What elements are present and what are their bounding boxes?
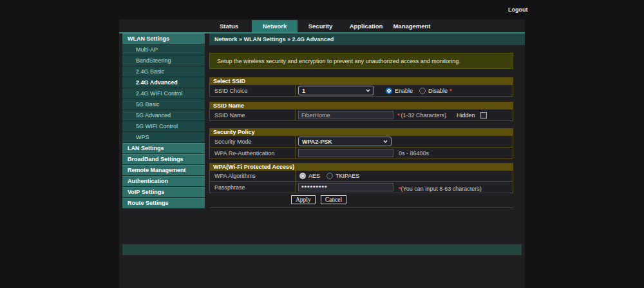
row-wpa-algorithms: WPA Algorithms AES TKIPAES: [209, 170, 513, 182]
passphrase-hint-wrap: *(You can input 8-63 characters): [399, 182, 482, 193]
disable-radio-label: Disable: [428, 88, 448, 94]
aes-radio[interactable]: [299, 173, 306, 179]
disable-radio[interactable]: [419, 88, 426, 94]
ssid-choice-select[interactable]: 1: [298, 86, 374, 95]
tab-application[interactable]: Application: [343, 20, 389, 32]
page: Logout Status Network Security Applicati…: [0, 0, 644, 288]
sidebar-item-wlan-settings[interactable]: WLAN Settings: [122, 34, 205, 44]
tab-status[interactable]: Status: [206, 20, 252, 32]
sidebar-item-lan-settings[interactable]: LAN Settings: [122, 143, 205, 154]
sidebar-item-5g-wifi-control[interactable]: 5G WIFI Control: [122, 121, 205, 132]
section-select-ssid: Select SSID SSID Choice 1 Enable Disable…: [209, 77, 513, 97]
ssid-choice-selected-value: 1: [302, 88, 305, 94]
sidebar-item-remote-management[interactable]: Remote Management: [122, 165, 205, 176]
apply-button[interactable]: Apply: [291, 195, 316, 204]
form-bottom-border: [209, 207, 513, 208]
tkipaes-radio-label: TKIPAES: [336, 173, 359, 179]
tab-bar: Status Network Security Application Mana…: [206, 20, 435, 32]
sidebar-item-24g-wifi-control[interactable]: 2.4G WIFI Control: [122, 88, 205, 99]
sidebar-item-voip-settings[interactable]: VoIP Settings: [122, 187, 205, 198]
tab-network[interactable]: Network: [252, 20, 298, 32]
passphrase-input[interactable]: [298, 183, 393, 191]
sidebar-item-broadband-settings[interactable]: BroadBand Settings: [122, 154, 205, 165]
sidebar-item-route-settings[interactable]: Route Settings: [122, 198, 205, 209]
ssid-name-hint: (1-32 Characters): [401, 112, 447, 119]
cancel-button[interactable]: Cancel: [321, 195, 346, 204]
sidebar-item-24g-basic[interactable]: 2.4G Basic: [122, 66, 205, 77]
row-ssid-name: SSID Name * (1-32 Characters) Hidden: [209, 109, 513, 121]
section-ssid-name: SSID Name SSID Name * (1-32 Characters) …: [209, 102, 513, 121]
sidebar-item-5g-advanced[interactable]: 5G Advanced: [122, 110, 205, 121]
required-asterisk: *: [397, 112, 400, 119]
button-row: Apply Cancel: [209, 193, 513, 206]
row-passphrase: Passphrase *(You can input 8-63 characte…: [209, 181, 513, 193]
content-container: Status Network Security Application Mana…: [119, 19, 525, 288]
breadcrumb: Network » WLAN Settings » 2.4G Advanced: [209, 34, 525, 45]
ssid-name-input[interactable]: [298, 111, 393, 119]
section-security-policy: Security Policy Security Mode WPA2-PSK W…: [209, 128, 513, 159]
sidebar-item-multi-ap[interactable]: Multi-AP: [122, 44, 205, 55]
security-mode-selected-value: WPA2-PSK: [302, 139, 332, 145]
passphrase-hint: (You can input 8-63 characters): [401, 186, 482, 192]
aes-radio-label: AES: [308, 173, 320, 179]
logout-link[interactable]: Logout: [508, 6, 528, 13]
info-banner: Setup the wireless security and encrypti…: [209, 53, 513, 69]
ssid-name-label: SSID Name: [210, 110, 296, 120]
sidebar-item-24g-advanced[interactable]: 2.4G Advanced: [122, 77, 205, 88]
hidden-checkbox-label: Hidden: [457, 112, 475, 119]
required-asterisk: *: [450, 88, 452, 94]
sidebar-item-5g-basic[interactable]: 5G Basic: [122, 99, 205, 110]
section-wpa: WPA(Wi-Fi Protected Access) WPA Algorith…: [209, 163, 513, 206]
chevron-down-icon: [383, 140, 388, 143]
sidebar-item-bandsteering[interactable]: BandSteering: [122, 55, 205, 66]
wpa-reauth-input[interactable]: [298, 149, 393, 157]
wpa-reauth-hint: 0s - 86400s: [399, 150, 429, 157]
security-mode-select[interactable]: WPA2-PSK: [298, 137, 392, 146]
sidebar: WLAN Settings Multi-AP BandSteering 2.4G…: [122, 34, 205, 209]
chevron-down-icon: [366, 89, 370, 92]
footer-bar: [122, 244, 522, 255]
hidden-checkbox[interactable]: [480, 112, 487, 119]
tkipaes-radio[interactable]: [327, 173, 333, 179]
tab-management[interactable]: Management: [389, 20, 435, 32]
row-ssid-choice: SSID Choice 1 Enable Disable *: [209, 84, 513, 97]
enable-radio[interactable]: [386, 88, 392, 94]
wpa-algorithms-label: WPA Algorithms: [210, 171, 296, 181]
row-security-mode: Security Mode WPA2-PSK: [209, 135, 513, 148]
enable-radio-label: Enable: [395, 88, 413, 94]
passphrase-label: Passphrase: [210, 182, 296, 193]
sidebar-item-authentication[interactable]: Authentication: [122, 176, 205, 187]
security-mode-label: Security Mode: [210, 136, 296, 147]
wpa-reauth-label: WPA Re-Authentication: [210, 148, 296, 158]
tab-security[interactable]: Security: [298, 20, 343, 32]
ssid-choice-label: SSID Choice: [210, 85, 296, 96]
row-wpa-reauth: WPA Re-Authentication 0s - 86400s: [209, 147, 513, 159]
sidebar-item-wps[interactable]: WPS: [122, 132, 205, 143]
